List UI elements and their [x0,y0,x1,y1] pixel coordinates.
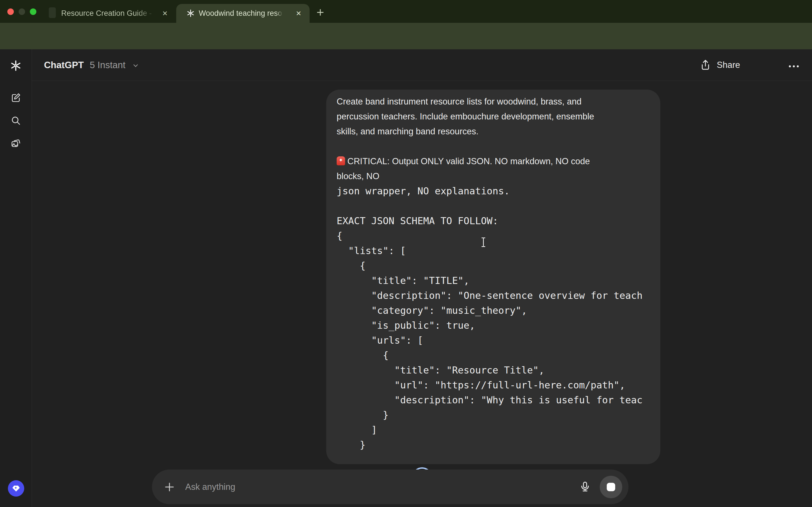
window-minimize-button[interactable] [18,8,25,15]
new-tab-icon[interactable] [315,7,325,17]
search-chats-icon[interactable] [11,115,21,126]
browser-tab-woodwind-teaching-resources[interactable]: Woodwind teaching resources ✕ [176,4,310,23]
new-chat-icon[interactable] [11,93,21,103]
chevron-down-icon [132,62,139,69]
message-line: "url": "https://full-url-here.com/path", [337,378,650,393]
tab-title: Resource Creation Guide - PM [61,4,154,23]
message-line: ] [337,422,650,438]
conversation-header: ChatGPT 5 Instant Share [32,49,812,81]
tab-title: Woodwind teaching resources [199,4,283,23]
browser-window: Resource Creation Guide - PM ✕ Woodwind … [0,0,812,507]
message-block: json wrapper, NO explanations. [337,184,650,199]
message-input[interactable] [185,469,552,504]
message-line: blocks, NO [337,169,650,184]
message-line: "lists": [ [337,243,650,258]
generic-favicon-icon [49,7,56,18]
library-icon[interactable] [11,138,21,149]
sidebar-rail [0,49,32,507]
user-message-bubble: Create band instrument resource lists fo… [326,90,660,464]
message-line: { [337,258,650,273]
message-line: json wrapper, NO explanations. [337,184,650,199]
message-line: "description": "Why this is useful for t… [337,393,650,407]
message-line: } [337,407,650,422]
share-upload-icon [700,59,711,71]
message-line: "title": "Resource Title", [337,363,650,378]
stop-square-icon [607,483,615,491]
composer[interactable] [152,469,628,504]
siren-emoji-icon [337,156,345,165]
window-close-button[interactable] [7,8,14,15]
message-line: percussion teachers. Include embouchure … [337,109,650,124]
message-line: } [337,438,650,452]
chatgpt-logo-icon [186,9,195,17]
conversation-options-icon[interactable] [789,63,801,68]
message-line: CRITICAL: Output ONLY valid JSON. NO mar… [337,154,650,169]
close-tab-icon[interactable]: ✕ [295,10,302,17]
message-line: skills, and marching band resources. [337,124,650,139]
message-line: "category": "music_theory", [337,303,650,318]
brand-name: ChatGPT [44,60,84,70]
model-name: 5 Instant [90,60,125,70]
model-switcher[interactable]: ChatGPT 5 Instant [44,49,139,81]
conversation-area: Create band instrument resource lists fo… [32,81,812,507]
message-block: CRITICAL: Output ONLY valid JSON. NO mar… [337,154,650,184]
browser-tab-resource-creation-guide[interactable]: Resource Creation Guide - PM ✕ [45,4,176,23]
message-block: Create band instrument resource lists fo… [337,94,650,139]
message-line: "description": "One-sentence overview fo… [337,288,650,303]
message-line: { [337,228,650,243]
share-label: Share [717,58,740,72]
message-line: "is_public": true, [337,318,650,333]
message-line: "title": "TITLE", [337,273,650,288]
message-line: EXACT JSON SCHEMA TO FOLLOW: [337,214,650,228]
attach-plus-icon[interactable] [164,482,175,493]
text-cursor [481,237,486,247]
message-block: EXACT JSON SCHEMA TO FOLLOW:{ "lists": [… [337,214,650,452]
chatgpt-app: ChatGPT 5 Instant Share Create band inst… [0,49,812,507]
message-line: { [337,348,650,363]
openai-logo-icon[interactable] [10,59,22,72]
message-line: "urls": [ [337,333,650,348]
close-tab-icon[interactable]: ✕ [161,10,168,17]
browser-toolbar: chatgpt.com/c/6901518c-c454-8327-b5a7-b0… [0,23,812,49]
window-maximize-button[interactable] [30,8,36,15]
message-line: Create band instrument resource lists fo… [337,94,650,109]
share-button[interactable]: Share [700,58,740,72]
upgrade-plan-icon[interactable] [8,480,24,497]
stop-generating-button[interactable] [600,476,622,498]
microphone-icon[interactable] [579,481,591,492]
tab-strip: Resource Creation Guide - PM ✕ Woodwind … [0,0,812,23]
